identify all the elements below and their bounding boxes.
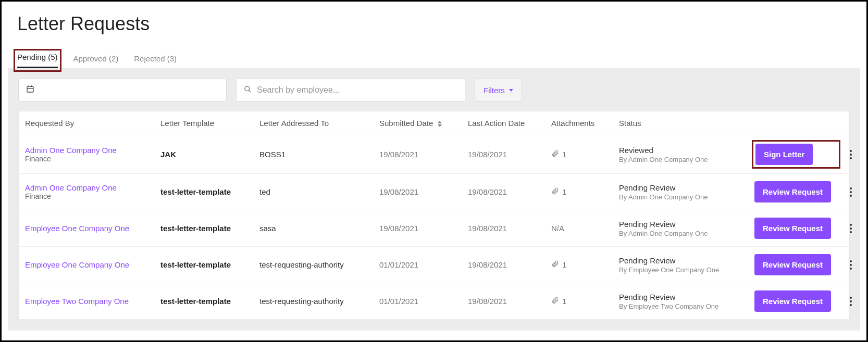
action-cell: Review Request xyxy=(754,254,843,275)
attachment-count: 1 xyxy=(562,260,566,269)
action-wrap: Review Request xyxy=(754,218,838,239)
svg-rect-0 xyxy=(27,86,33,92)
template-cell: test-letter-template xyxy=(160,260,259,269)
status-sub: By Admin One Company One xyxy=(619,156,749,163)
date-filter[interactable] xyxy=(18,79,227,102)
requested-by-link[interactable]: Employee One Company One xyxy=(25,224,155,233)
table-row: Employee One Company Onetest-letter-temp… xyxy=(19,247,849,283)
status-main: Pending Review xyxy=(619,220,749,229)
status-cell: ReviewedBy Admin One Company One xyxy=(619,146,754,163)
sign-letter-button[interactable]: Sign Letter xyxy=(755,144,813,165)
submitted-date-cell: 01/01/2021 xyxy=(379,297,468,306)
requested-by-link[interactable]: Employee Two Company One xyxy=(25,297,155,306)
more-menu-button[interactable] xyxy=(843,221,859,236)
template-cell: test-letter-template xyxy=(160,224,259,233)
more-cell xyxy=(843,221,864,236)
template-cell: test-letter-template xyxy=(160,187,259,196)
search-box[interactable] xyxy=(236,79,465,102)
more-cell xyxy=(843,184,864,200)
tabs: Pending (5)Approved (2)Rejected (3) xyxy=(2,40,866,68)
more-menu-button[interactable] xyxy=(843,147,859,162)
addressed-to-cell: test-requesting-authority xyxy=(259,297,379,306)
attachments-cell: 1 xyxy=(551,297,619,306)
paperclip-icon xyxy=(551,260,559,270)
more-menu-button[interactable] xyxy=(843,294,859,309)
status-cell: Pending ReviewBy Admin One Company One xyxy=(619,220,754,237)
attachments-cell: 1 xyxy=(551,150,619,159)
requested-by-cell: Employee One Company One xyxy=(25,224,160,233)
filters-button[interactable]: Filters xyxy=(475,79,522,102)
status-sub: By Employee Two Company One xyxy=(619,302,749,310)
action-cell: Review Request xyxy=(754,181,843,202)
last-action-cell: 19/08/2021 xyxy=(468,187,551,196)
last-action-cell: 19/08/2021 xyxy=(468,297,551,306)
tab-1[interactable]: Approved (2) xyxy=(73,54,119,68)
col-last-action-date[interactable]: Last Action Date xyxy=(468,119,551,128)
table-row: Employee Two Company Onetest-letter-temp… xyxy=(19,283,849,320)
col-submitted-date-label: Submitted Date xyxy=(379,119,433,128)
search-input[interactable] xyxy=(257,85,457,95)
action-cell: Review Request xyxy=(754,290,843,312)
toolbar-area: Filters Requested By Letter Template Let… xyxy=(8,68,860,331)
more-menu-button[interactable] xyxy=(843,257,859,273)
app-frame: Letter Requests Pending (5)Approved (2)R… xyxy=(0,0,868,342)
col-attachments[interactable]: Attachments xyxy=(551,119,619,128)
addressed-to-cell: test-requesting-authority xyxy=(259,260,379,269)
requested-by-link[interactable]: Admin One Company One xyxy=(25,146,155,155)
action-wrap: Review Request xyxy=(754,290,838,312)
review-request-button[interactable]: Review Request xyxy=(754,218,831,239)
status-main: Pending Review xyxy=(619,183,749,192)
toolbar: Filters xyxy=(18,79,850,102)
table-row: Employee One Company Onetest-letter-temp… xyxy=(19,210,849,247)
review-request-button[interactable]: Review Request xyxy=(754,290,831,312)
status-cell: Pending ReviewBy Employee Two Company On… xyxy=(619,293,754,310)
addressed-to-cell: BOSS1 xyxy=(259,150,379,159)
more-cell xyxy=(843,257,864,273)
requested-by-cell: Admin One Company OneFinance xyxy=(25,183,160,200)
attachment-count: 1 xyxy=(562,297,566,306)
col-addressed-to[interactable]: Letter Addressed To xyxy=(259,119,379,128)
review-request-button[interactable]: Review Request xyxy=(754,254,831,275)
submitted-date-cell: 19/08/2021 xyxy=(379,150,468,159)
template-cell: test-letter-template xyxy=(160,297,259,306)
paperclip-icon xyxy=(551,297,559,306)
requests-table: Requested By Letter Template Letter Addr… xyxy=(18,111,850,320)
tab-2[interactable]: Rejected (3) xyxy=(134,54,177,68)
status-main: Pending Review xyxy=(619,256,749,265)
requested-by-cell: Employee One Company One xyxy=(25,260,160,269)
addressed-to-cell: sasa xyxy=(259,224,379,233)
review-request-button[interactable]: Review Request xyxy=(754,181,831,202)
filters-label: Filters xyxy=(483,86,505,95)
last-action-cell: 19/08/2021 xyxy=(468,224,551,233)
paperclip-icon xyxy=(551,187,559,197)
requested-by-link[interactable]: Admin One Company One xyxy=(25,183,155,192)
col-requested-by[interactable]: Requested By xyxy=(25,119,160,128)
requested-by-link[interactable]: Employee One Company One xyxy=(25,260,155,269)
attachment-count: N/A xyxy=(551,224,564,233)
svg-point-4 xyxy=(245,86,250,91)
col-status[interactable]: Status xyxy=(619,119,754,128)
status-main: Reviewed xyxy=(619,146,749,155)
status-sub: By Admin One Company One xyxy=(619,230,749,237)
status-sub: By Admin One Company One xyxy=(619,193,749,201)
table-row: Admin One Company OneFinanceJAKBOSS119/0… xyxy=(19,135,849,174)
action-wrap: Review Request xyxy=(754,254,838,275)
addressed-to-cell: ted xyxy=(259,187,379,196)
page-title: Letter Requests xyxy=(2,2,866,40)
more-menu-button[interactable] xyxy=(843,184,859,200)
search-icon xyxy=(244,85,252,95)
requested-by-sub: Finance xyxy=(25,155,155,163)
status-sub: By Employee One Company One xyxy=(619,266,749,274)
attachments-cell: 1 xyxy=(551,260,619,270)
requested-by-cell: Admin One Company OneFinance xyxy=(25,146,160,163)
status-cell: Pending ReviewBy Admin One Company One xyxy=(619,183,754,201)
template-cell: JAK xyxy=(160,150,259,159)
tab-0[interactable]: Pending (5) xyxy=(17,53,58,68)
col-letter-template[interactable]: Letter Template xyxy=(160,119,259,128)
attachments-cell: 1 xyxy=(551,187,619,197)
requested-by-cell: Employee Two Company One xyxy=(25,297,160,306)
col-submitted-date[interactable]: Submitted Date xyxy=(379,119,468,128)
last-action-cell: 19/08/2021 xyxy=(468,150,551,159)
table-row: Admin One Company OneFinancetest-letter-… xyxy=(19,174,849,210)
sort-icon xyxy=(438,121,442,127)
